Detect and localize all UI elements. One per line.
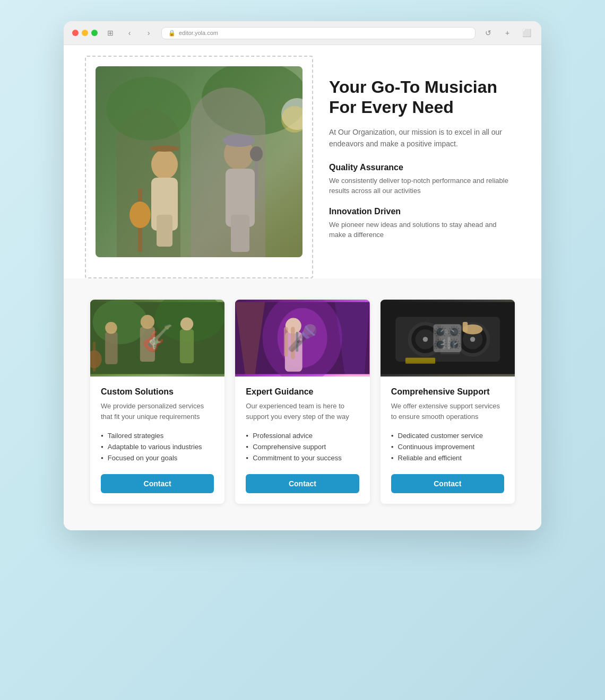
svg-rect-57 [405,358,435,364]
hero-description: At Our Organization, our mission is to e… [329,126,509,150]
svg-rect-8 [157,215,172,247]
svg-rect-35 [296,332,299,352]
browser-window: ⊞ ‹ › 🔒 editor.yola.com ↺ + ⬜ [64,21,541,530]
list-item: Reliable and efficient [391,452,504,463]
svg-rect-33 [284,327,288,356]
browser-content: Your Go-To Musician For Every Need At Ou… [64,45,541,530]
svg-rect-34 [291,327,295,359]
card-3-list: Dedicated customer service Continuous im… [391,430,504,463]
svg-point-25 [141,315,154,329]
svg-rect-52 [443,339,445,349]
svg-point-6 [150,145,179,152]
hero-image [96,66,302,257]
card-2-list: Professional advice Comprehensive suppor… [246,430,359,463]
svg-rect-53 [447,337,450,349]
url-text: editor.yola.com [179,30,218,36]
svg-point-50 [443,329,447,334]
back-icon[interactable]: ‹ [123,27,136,39]
svg-rect-31 [285,332,302,372]
list-item: Continuous improvement [391,441,504,452]
list-item: Dedicated customer service [391,430,504,441]
close-button[interactable] [72,30,79,36]
hero-image-container [96,66,302,257]
hero-section: Your Go-To Musician For Every Need At Ou… [64,45,541,278]
svg-point-32 [286,318,301,334]
card-custom-solutions: Custom Solutions We provide personalized… [90,300,224,504]
svg-point-27 [180,318,193,330]
svg-rect-26 [180,329,194,363]
feature-quality-title: Quality Assurance [329,163,509,172]
svg-rect-15 [255,156,258,199]
refresh-icon[interactable]: ↺ [482,27,495,39]
extensions-icon[interactable]: ⬜ [520,27,533,39]
svg-rect-49 [440,325,460,354]
feature-quality-desc: We consistently deliver top-notch perfor… [329,176,509,196]
card-2-body: Expert Guidance Our experienced team is … [235,377,369,504]
hero-text: Your Go-To Musician For Every Need At Ou… [329,66,509,251]
svg-point-44 [422,337,427,342]
card-1-image [90,300,224,377]
svg-point-48 [470,337,475,342]
card-expert-guidance: Expert Guidance Our experienced team is … [235,300,369,504]
svg-point-51 [453,329,457,334]
card-1-body: Custom Solutions We provide personalized… [90,377,224,504]
card-2-desc: Our experienced team is here to support … [246,401,359,422]
browser-chrome: ⊞ ‹ › 🔒 editor.yola.com ↺ + ⬜ [64,21,541,45]
svg-point-12 [223,134,255,147]
list-item: Adaptable to various industries [101,441,214,452]
feature-innovation-driven: Innovation Driven We pioneer new ideas a… [329,207,509,240]
svg-rect-13 [226,169,255,227]
list-item: Professional advice [246,430,359,441]
card-3-body: Comprehensive Support We offer extensive… [381,377,515,504]
card-2-image [235,300,369,377]
card-comprehensive-support: Comprehensive Support We offer extensive… [381,300,515,504]
svg-rect-24 [140,327,155,362]
svg-point-18 [93,300,148,344]
svg-rect-14 [231,215,249,252]
svg-point-5 [151,150,178,179]
feature-quality-assurance: Quality Assurance We consistently delive… [329,163,509,196]
forward-icon[interactable]: › [142,27,155,39]
svg-point-21 [105,322,117,334]
card-3-contact-button[interactable]: Contact [391,474,504,493]
card-2-title: Expert Guidance [246,387,359,397]
list-item: Comprehensive support [246,441,359,452]
svg-point-16 [250,146,263,161]
svg-point-1 [106,77,191,141]
minimize-button[interactable] [82,30,88,36]
feature-innovation-desc: We pioneer new ideas and solutions to st… [329,220,509,240]
address-bar[interactable]: 🔒 editor.yola.com [161,27,476,39]
svg-rect-56 [462,322,467,332]
card-1-contact-button[interactable]: Contact [101,474,214,493]
card-3-desc: We offer extensive support services to e… [391,401,504,422]
svg-point-11 [224,138,254,170]
feature-innovation-title: Innovation Driven [329,207,509,216]
card-1-list: Tailored strategies Adaptable to various… [101,430,214,463]
cards-section: Custom Solutions We provide personalized… [64,278,541,530]
card-1-desc: We provide personalized services that fi… [101,401,214,422]
maximize-button[interactable] [91,30,98,36]
add-tab-icon[interactable]: + [501,27,514,39]
traffic-lights [72,30,98,36]
list-item: Tailored strategies [101,430,214,441]
card-3-title: Comprehensive Support [391,387,504,397]
lock-icon: 🔒 [168,30,176,37]
card-2-contact-button[interactable]: Contact [246,474,359,493]
list-item: Focused on your goals [101,452,214,463]
hero-title: Your Go-To Musician For Every Need [329,77,509,118]
svg-point-10 [129,202,151,228]
card-1-title: Custom Solutions [101,387,214,397]
cards-grid: Custom Solutions We provide personalized… [90,300,515,504]
sidebar-toggle-icon[interactable]: ⊞ [104,27,117,39]
list-item: Commitment to your success [246,452,359,463]
svg-rect-20 [105,332,117,364]
svg-rect-54 [453,341,455,349]
card-3-image [381,300,515,377]
